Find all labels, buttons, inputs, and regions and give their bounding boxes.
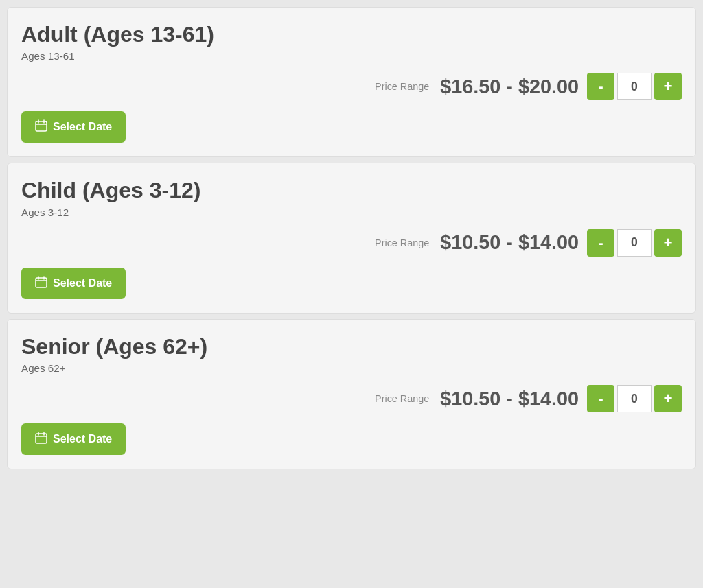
ticket-title-adult: Adult (Ages 13-61)	[21, 21, 682, 47]
svg-rect-0	[36, 121, 47, 131]
quantity-value-senior: 0	[617, 385, 652, 412]
price-label-child: Price Range	[375, 237, 429, 248]
svg-rect-8	[36, 434, 47, 443]
price-row-adult: Price Range $16.50 - $20.00 - 0 +	[21, 73, 682, 100]
quantity-stepper-child: - 0 +	[587, 229, 682, 257]
select-date-button-senior[interactable]: Select Date	[21, 423, 126, 455]
increment-button-adult[interactable]: +	[654, 73, 682, 100]
ticket-subtitle-senior: Ages 62+	[21, 362, 682, 374]
ticket-subtitle-child: Ages 3-12	[21, 207, 682, 218]
quantity-stepper-adult: - 0 +	[587, 73, 682, 100]
ticket-card-senior: Senior (Ages 62+) Ages 62+ Price Range $…	[7, 319, 696, 469]
increment-button-child[interactable]: +	[654, 229, 682, 257]
price-row-senior: Price Range $10.50 - $14.00 - 0 +	[21, 385, 682, 412]
quantity-value-adult: 0	[617, 73, 652, 100]
price-range-senior: $10.50 - $14.00	[440, 388, 579, 410]
increment-button-senior[interactable]: +	[654, 385, 682, 412]
ticket-card-adult: Adult (Ages 13-61) Ages 13-61 Price Rang…	[7, 7, 696, 157]
calendar-icon	[35, 276, 47, 291]
quantity-value-child: 0	[617, 229, 652, 257]
price-row-child: Price Range $10.50 - $14.00 - 0 +	[21, 229, 682, 257]
price-range-adult: $16.50 - $20.00	[440, 75, 579, 98]
price-label-adult: Price Range	[375, 81, 429, 92]
ticket-title-child: Child (Ages 3-12)	[21, 177, 682, 203]
decrement-button-senior[interactable]: -	[587, 385, 614, 412]
select-date-label-child: Select Date	[53, 277, 112, 290]
select-date-label-senior: Select Date	[53, 433, 112, 445]
quantity-stepper-senior: - 0 +	[587, 385, 682, 412]
calendar-icon	[35, 432, 47, 447]
decrement-button-adult[interactable]: -	[587, 73, 614, 100]
svg-rect-4	[36, 278, 47, 287]
price-label-senior: Price Range	[375, 393, 429, 404]
select-date-label-adult: Select Date	[53, 121, 112, 133]
calendar-icon	[35, 119, 47, 134]
select-date-button-adult[interactable]: Select Date	[21, 111, 126, 143]
ticket-title-senior: Senior (Ages 62+)	[21, 333, 682, 360]
price-range-child: $10.50 - $14.00	[440, 231, 579, 254]
select-date-button-child[interactable]: Select Date	[21, 268, 126, 299]
ticket-card-child: Child (Ages 3-12) Ages 3-12 Price Range …	[7, 163, 696, 313]
ticket-subtitle-adult: Ages 13-61	[21, 50, 682, 62]
decrement-button-child[interactable]: -	[587, 229, 614, 257]
